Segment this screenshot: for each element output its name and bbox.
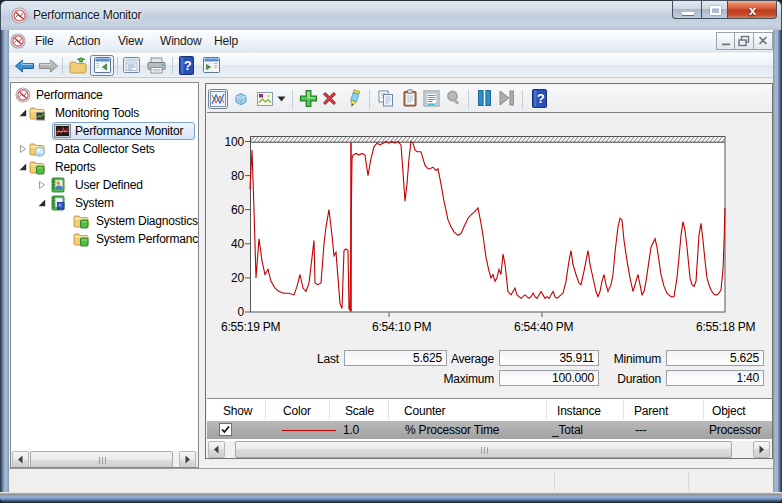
- svg-text:?: ?: [537, 91, 545, 106]
- svg-text:?: ?: [184, 58, 192, 73]
